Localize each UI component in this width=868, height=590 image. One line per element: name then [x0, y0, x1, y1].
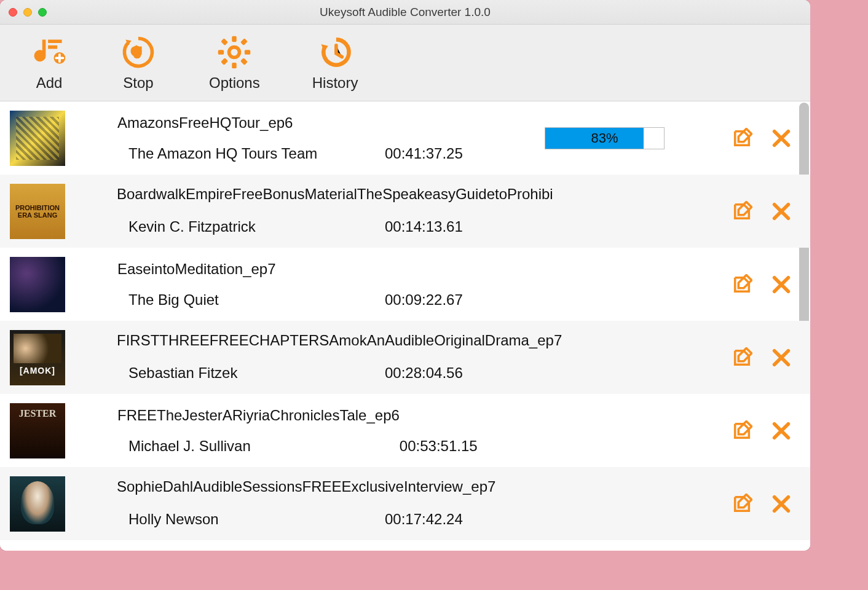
cover-art	[10, 257, 65, 312]
svg-rect-7	[221, 38, 228, 45]
item-info: AmazonsFreeHQTour_ep6 The Amazon HQ Tour…	[65, 114, 385, 162]
item-title: FIRSTTHREEFREECHAPTERSAmokAnAudibleOrigi…	[117, 332, 562, 349]
svg-rect-2	[140, 47, 142, 55]
edit-icon[interactable]	[732, 420, 752, 441]
delete-icon[interactable]	[771, 274, 792, 295]
edit-icon[interactable]	[732, 347, 752, 368]
svg-rect-4	[232, 63, 237, 68]
maximize-window-button[interactable]	[38, 8, 47, 17]
item-info: FREETheJesterARiyriaChroniclesTale_ep6 M…	[65, 407, 400, 455]
edit-icon[interactable]	[732, 494, 752, 514]
item-title: EaseintoMeditation_ep7	[117, 261, 385, 278]
delete-icon[interactable]	[771, 128, 792, 149]
add-button[interactable]: Add	[31, 34, 68, 92]
progress-bar: 83%	[545, 127, 665, 149]
progress-cell: 83%	[545, 127, 668, 149]
item-actions	[730, 128, 810, 149]
list-item[interactable]: SophieDahlAudibleSessionsFREEExclusiveIn…	[0, 467, 810, 540]
traffic-lights	[9, 8, 47, 17]
list-item[interactable]: AmazonsFreeHQTour_ep6 The Amazon HQ Tour…	[0, 101, 810, 175]
history-label: History	[312, 74, 358, 92]
item-title: SophieDahlAudibleSessionsFREEExclusiveIn…	[117, 478, 495, 495]
item-info: EaseintoMeditation_ep7 The Big Quiet	[65, 261, 385, 309]
svg-rect-10	[221, 58, 228, 65]
add-music-icon	[31, 34, 68, 71]
item-actions	[730, 494, 810, 514]
item-actions	[730, 201, 810, 222]
list-item[interactable]: EaseintoMeditation_ep7 The Big Quiet 00:…	[0, 248, 810, 321]
delete-icon[interactable]	[771, 347, 792, 368]
cover-art	[10, 476, 65, 532]
stop-button[interactable]: Stop	[120, 34, 157, 92]
minimize-window-button[interactable]	[23, 8, 32, 17]
stop-convert-icon	[120, 34, 157, 71]
list-item[interactable]: BoardwalkEmpireFreeBonusMaterialTheSpeak…	[0, 175, 810, 248]
svg-rect-8	[240, 58, 248, 65]
edit-icon[interactable]	[732, 128, 752, 149]
delete-icon[interactable]	[771, 420, 792, 441]
window-title: Ukeysoft Audible Converter 1.0.0	[0, 6, 810, 19]
item-title: BoardwalkEmpireFreeBonusMaterialTheSpeak…	[117, 186, 553, 203]
item-author: The Big Quiet	[117, 291, 385, 309]
item-duration: 00:53:51.15	[400, 407, 559, 455]
progress-label: 83%	[591, 130, 618, 146]
history-button[interactable]: History	[312, 34, 358, 92]
item-actions	[730, 347, 810, 368]
delete-icon[interactable]	[771, 494, 792, 514]
item-author: Holly Newson	[117, 511, 385, 528]
edit-icon[interactable]	[732, 201, 752, 222]
cover-art	[10, 184, 65, 239]
svg-rect-9	[240, 38, 248, 45]
item-list: AmazonsFreeHQTour_ep6 The Amazon HQ Tour…	[0, 101, 810, 540]
svg-rect-5	[218, 50, 224, 55]
item-author: The Amazon HQ Tours Team	[117, 145, 385, 162]
item-duration: 00:41:37.25	[385, 114, 545, 162]
content-area: AmazonsFreeHQTour_ep6 The Amazon HQ Tour…	[0, 101, 810, 551]
titlebar: Ukeysoft Audible Converter 1.0.0	[0, 0, 810, 25]
toolbar: Add Stop	[0, 25, 810, 101]
cover-art	[10, 403, 65, 458]
cover-art	[10, 330, 65, 385]
cover-art	[10, 111, 65, 166]
add-label: Add	[36, 74, 63, 92]
close-window-button[interactable]	[9, 8, 17, 17]
item-actions	[730, 274, 810, 295]
options-button[interactable]: Options	[209, 34, 260, 92]
item-title: AmazonsFreeHQTour_ep6	[117, 114, 385, 132]
gear-icon	[216, 34, 253, 71]
edit-icon[interactable]	[732, 274, 752, 295]
delete-icon[interactable]	[771, 201, 792, 222]
list-item[interactable]: FIRSTTHREEFREECHAPTERSAmokAnAudibleOrigi…	[0, 321, 810, 394]
app-window: Ukeysoft Audible Converter 1.0.0 Add Sto…	[0, 0, 810, 551]
item-author: Michael J. Sullivan	[117, 438, 400, 455]
history-icon	[317, 34, 353, 71]
item-author: Sebastian Fitzek	[117, 364, 385, 382]
item-duration: 00:09:22.67	[385, 261, 545, 309]
list-item[interactable]: FREETheJesterARiyriaChroniclesTale_ep6 M…	[0, 394, 810, 467]
options-label: Options	[209, 74, 260, 92]
item-title: FREETheJesterARiyriaChroniclesTale_ep6	[117, 407, 400, 424]
item-author: Kevin C. Fitzpatrick	[117, 218, 385, 235]
stop-label: Stop	[123, 74, 153, 92]
svg-rect-6	[245, 50, 250, 55]
svg-rect-3	[232, 36, 237, 42]
item-actions	[730, 420, 810, 441]
